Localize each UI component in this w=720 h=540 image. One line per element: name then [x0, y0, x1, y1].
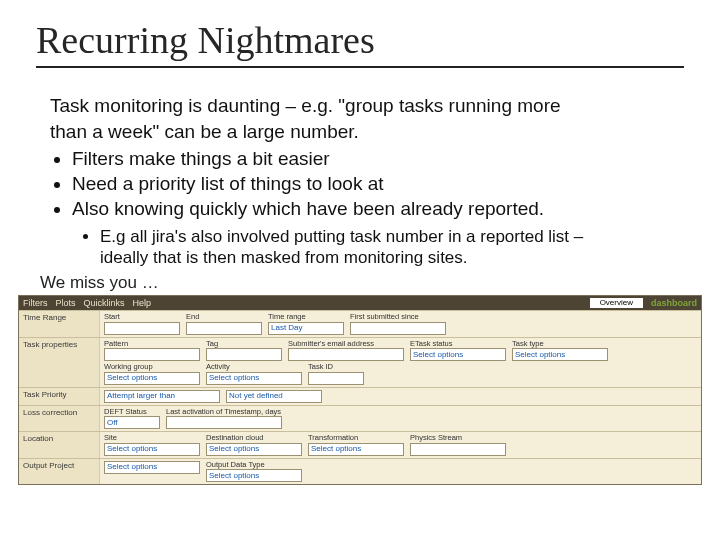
field-input[interactable]: [410, 443, 506, 456]
field-input[interactable]: Select options: [308, 443, 404, 456]
field-input[interactable]: [104, 348, 200, 361]
title-underline: [36, 66, 684, 68]
intro-line-1: Task monitoring is daunting – e.g. "grou…: [50, 94, 684, 118]
section-label: Task Priority: [19, 388, 100, 405]
field-input[interactable]: [206, 348, 282, 361]
field-label: Pattern: [104, 340, 200, 348]
dashboard-section: Task propertiesPatternTagSubmitter's ema…: [19, 337, 701, 387]
field-label: ETask status: [410, 340, 506, 348]
filter-field: Working groupSelect options: [104, 363, 200, 385]
section-label: Output Project: [19, 459, 100, 485]
section-fields: Attempt larger thanNot yet defined: [100, 388, 701, 405]
field-input[interactable]: Select options: [206, 443, 302, 456]
dashboard-section: Time RangeStartEndTime rangeLast DayFirs…: [19, 310, 701, 337]
filter-field: Pattern: [104, 340, 200, 362]
filter-field: Submitter's email address: [288, 340, 404, 362]
menu-item[interactable]: Filters: [23, 299, 48, 308]
slide-title: Recurring Nightmares: [36, 18, 684, 62]
bullet-item: Also knowing quickly which have been alr…: [72, 197, 684, 221]
section-fields: PatternTagSubmitter's email addressETask…: [100, 338, 701, 387]
dashboard-menubar: Filters Plots Quicklinks Help Overview d…: [19, 296, 701, 310]
section-fields: StartEndTime rangeLast DayFirst submitte…: [100, 311, 701, 337]
bullet-list: Filters make things a bit easier Need a …: [50, 147, 684, 222]
field-label: Destination cloud: [206, 434, 302, 442]
filter-field: Attempt larger than: [104, 390, 220, 403]
overview-field[interactable]: Overview: [590, 298, 643, 308]
filter-field: ActivitySelect options: [206, 363, 302, 385]
filter-field: SiteSelect options: [104, 434, 200, 456]
field-input[interactable]: [186, 322, 262, 335]
bullet-item: Need a priority list of things to look a…: [72, 172, 684, 196]
field-label: Task ID: [308, 363, 364, 371]
field-input[interactable]: Select options: [104, 461, 200, 474]
filter-field: First submitted since: [350, 313, 446, 335]
section-fields: DEFT StatusOffLast activation of Timesta…: [100, 406, 701, 432]
field-input[interactable]: Attempt larger than: [104, 390, 220, 403]
field-input[interactable]: [104, 322, 180, 335]
field-input[interactable]: Select options: [104, 372, 200, 385]
filter-field: Output Data TypeSelect options: [206, 461, 302, 483]
section-fields: Select optionsOutput Data TypeSelect opt…: [100, 459, 701, 485]
field-label: First submitted since: [350, 313, 446, 321]
field-input[interactable]: Select options: [410, 348, 506, 361]
sub-line-2: ideally that is then masked from monitor…: [100, 248, 468, 267]
dashboard-section: Task PriorityAttempt larger thanNot yet …: [19, 387, 701, 405]
field-input[interactable]: [308, 372, 364, 385]
field-label: End: [186, 313, 262, 321]
field-input[interactable]: [350, 322, 446, 335]
slide-body: Task monitoring is daunting – e.g. "grou…: [36, 94, 684, 269]
field-label: Tag: [206, 340, 282, 348]
filter-field: Select options: [104, 461, 200, 483]
field-label: Physics Stream: [410, 434, 506, 442]
menu-item[interactable]: Quicklinks: [84, 299, 125, 308]
section-label: Location: [19, 432, 100, 458]
field-label: DEFT Status: [104, 408, 160, 416]
section-label: Time Range: [19, 311, 100, 337]
section-label: Loss correction: [19, 406, 100, 432]
field-label: Submitter's email address: [288, 340, 404, 348]
sub-bullet-item: E.g all jira's also involved putting tas…: [100, 226, 684, 270]
filter-field: Last activation of Timestamp, days: [166, 408, 282, 430]
dashboard-screenshot: Filters Plots Quicklinks Help Overview d…: [18, 295, 702, 485]
menu-item[interactable]: Plots: [56, 299, 76, 308]
dashboard-brand: dashboard: [651, 299, 697, 308]
filter-field: ETask statusSelect options: [410, 340, 506, 362]
field-input[interactable]: Select options: [104, 443, 200, 456]
field-input[interactable]: [288, 348, 404, 361]
dashboard-section: Loss correctionDEFT StatusOffLast activa…: [19, 405, 701, 432]
field-label: Activity: [206, 363, 302, 371]
field-input[interactable]: Not yet defined: [226, 390, 322, 403]
menu-item[interactable]: Help: [133, 299, 152, 308]
field-label: Site: [104, 434, 200, 442]
filter-field: Physics Stream: [410, 434, 506, 456]
sub-line-1: E.g all jira's also involved putting tas…: [100, 227, 583, 246]
filter-field: Destination cloudSelect options: [206, 434, 302, 456]
field-input[interactable]: [166, 416, 282, 429]
slide: Recurring Nightmares Task monitoring is …: [0, 0, 720, 293]
field-label: Start: [104, 313, 180, 321]
section-label: Task properties: [19, 338, 100, 387]
filter-field: Start: [104, 313, 180, 335]
field-input[interactable]: Off: [104, 416, 160, 429]
miss-line: We miss you …: [40, 273, 684, 293]
bullet-item: Filters make things a bit easier: [72, 147, 684, 171]
field-label: Transformation: [308, 434, 404, 442]
intro-line-2: than a week" can be a large number.: [50, 120, 684, 144]
sub-bullet-list: E.g all jira's also involved putting tas…: [50, 226, 684, 270]
field-input[interactable]: Select options: [512, 348, 608, 361]
section-fields: SiteSelect optionsDestination cloudSelec…: [100, 432, 701, 458]
field-input[interactable]: Select options: [206, 469, 302, 482]
field-label: Task type: [512, 340, 608, 348]
filter-field: Tag: [206, 340, 282, 362]
field-label: Time range: [268, 313, 344, 321]
field-input[interactable]: Select options: [206, 372, 302, 385]
filter-field: Not yet defined: [226, 390, 322, 403]
dashboard-section: LocationSiteSelect optionsDestination cl…: [19, 431, 701, 458]
field-label: Last activation of Timestamp, days: [166, 408, 282, 416]
filter-field: Task ID: [308, 363, 364, 385]
filter-field: End: [186, 313, 262, 335]
field-input[interactable]: Last Day: [268, 322, 344, 335]
field-label: Output Data Type: [206, 461, 302, 469]
field-label: Working group: [104, 363, 200, 371]
filter-field: Task typeSelect options: [512, 340, 608, 362]
